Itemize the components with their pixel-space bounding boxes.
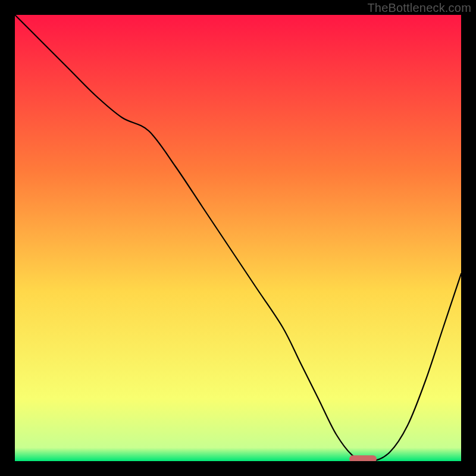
chart-frame: TheBottleneck.com [0, 0, 476, 476]
optimal-marker [349, 455, 377, 461]
watermark-text: TheBottleneck.com [367, 1, 471, 15]
chart-svg [15, 15, 461, 461]
chart-plot-area [15, 15, 461, 461]
